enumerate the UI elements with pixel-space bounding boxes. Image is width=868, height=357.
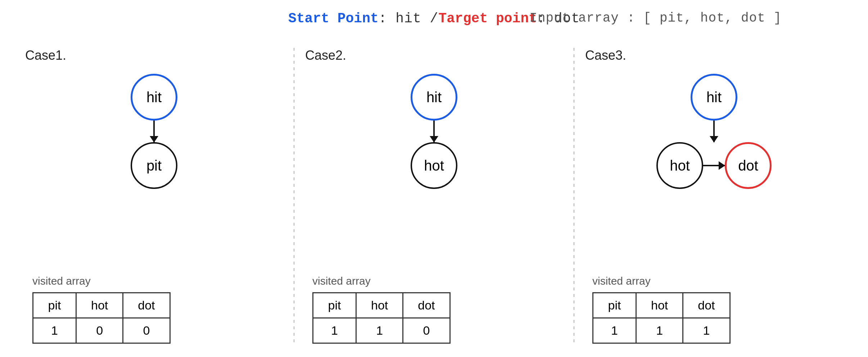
case1-th-dot: dot [123,293,170,318]
case1-pit-row: pit [131,142,177,189]
case2-hit-node: hit [411,74,457,121]
case2-visited-table: pit hot dot 1 1 0 [312,292,451,344]
case1-visited: visited array pit hot dot 1 0 0 [25,275,283,344]
case1-visited-label: visited array [32,275,276,287]
case3-th-hot: hot [636,293,683,318]
case1-visited-table: pit hot dot 1 0 0 [32,292,171,344]
case3-td-hot: 1 [636,318,683,343]
case2-hot-node: hot [411,142,457,189]
case3-label: Case3. [585,48,626,63]
case2-visited: visited array pit hot dot 1 1 0 [305,275,563,344]
case3-visited-table: pit hot dot 1 1 1 [592,292,731,344]
case1-th-pit: pit [33,293,76,318]
header-separator1: : hit / [379,11,439,26]
case3-graph: hit hot dot [585,74,843,268]
case3-arrow-down [713,121,715,142]
case1-td-pit: 1 [33,318,76,343]
case1-section: Case1. hit pit visited a [14,48,294,344]
case1-th-hot: hot [76,293,123,318]
case2-visited-label: visited array [312,275,556,287]
case1-graph: hit pit [25,74,283,268]
case1-td-dot: 0 [123,318,170,343]
cases-container: Case1. hit pit visited a [14,48,854,344]
case3-hit-row: hit [691,74,737,121]
case2-hot-row: hot [411,142,457,189]
case1-hit-row: hit [131,74,177,121]
case3-visited-label: visited array [592,275,836,287]
case3-visited: visited array pit hot dot 1 1 1 [585,275,843,344]
case3-arrow-right [703,165,725,166]
case3-td-pit: 1 [593,318,636,343]
case2-th-dot: dot [403,293,450,318]
case2-section: Case2. hit hot visited a [294,48,574,344]
case1-td-hot: 0 [76,318,123,343]
case1-label: Case1. [25,48,66,63]
case3-bottom-row: hot dot [656,142,772,189]
case3-dot-node: dot [725,142,772,189]
case3-td-dot: 1 [683,318,730,343]
case2-label: Case2. [305,48,346,63]
case3-th-pit: pit [593,293,636,318]
case3-hot-node: hot [656,142,703,189]
case2-th-hot: hot [356,293,403,318]
case2-td-hot: 1 [356,318,403,343]
header: Start Point : hit / Target point : dot I… [14,11,854,26]
start-point-label: Start Point [288,11,379,26]
page-container: Start Point : hit / Target point : dot I… [0,0,868,357]
case2-th-pit: pit [313,293,356,318]
case3-section: Case3. hit hot dot [574,48,854,344]
case3-th-dot: dot [683,293,730,318]
case3-hit-node: hit [691,74,737,121]
target-point-label: Target point [438,11,537,26]
case2-td-pit: 1 [313,318,356,343]
input-array-section: Input array : [ pit, hot, dot ] [529,11,782,26]
case1-hit-node: hit [131,74,177,121]
case2-hit-row: hit [411,74,457,121]
case1-arrow-down [153,121,155,142]
input-array-label: Input array : [ pit, hot, dot ] [529,11,782,26]
case1-pit-node: pit [131,142,177,189]
case2-graph: hit hot [305,74,563,268]
case2-arrow-down [433,121,435,142]
case2-td-dot: 0 [403,318,450,343]
